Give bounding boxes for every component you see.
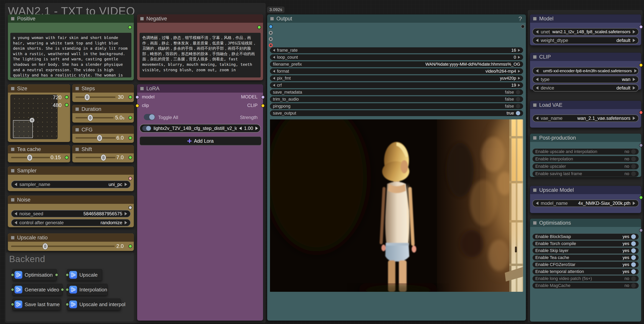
combo-prev-arrow-icon[interactable] [536, 69, 538, 72]
slot-conditioning-output[interactable] [128, 26, 132, 29]
slot-upscale-model-output[interactable] [639, 196, 643, 199]
toggle-knob[interactable] [631, 241, 636, 246]
slider-knob[interactable] [97, 135, 102, 141]
strength-decrement-icon[interactable] [239, 126, 242, 130]
collapse-box-icon[interactable] [533, 136, 536, 140]
enable-upscale-interpolation-toggle[interactable]: Enable upscale and interpolationno [532, 148, 639, 155]
slot-float-output[interactable] [128, 136, 132, 140]
slider-knob[interactable] [27, 154, 32, 161]
slot-height-output[interactable] [65, 103, 68, 107]
toggle-knob[interactable] [516, 111, 520, 115]
slot-int-output[interactable] [128, 95, 132, 99]
upscale-ratio-slider[interactable] [11, 246, 115, 247]
backend-node-interpolation[interactable]: Interpolation [67, 284, 108, 296]
enable-upscaler-toggle[interactable]: Enable upscalerno [532, 163, 639, 170]
combo-next-arrow-icon[interactable] [518, 56, 520, 59]
combo-prev-arrow-icon[interactable] [14, 212, 17, 216]
collapse-box-icon[interactable] [76, 148, 79, 151]
toggle-knob[interactable] [631, 234, 636, 239]
backend-node-generate-video[interactable]: Generate video [12, 284, 62, 296]
slot-clip-output[interactable] [261, 104, 265, 108]
add-lora-button[interactable]: Add Lora [140, 136, 262, 146]
slot-clip-input[interactable] [136, 104, 139, 108]
toggle-knob[interactable] [631, 276, 636, 281]
toggle-knob[interactable] [631, 248, 636, 253]
combo-next-arrow-icon[interactable] [633, 202, 635, 205]
duration-node[interactable]: Duration 5.0s [72, 105, 134, 123]
upscale-model-node[interactable]: Upscale Model model_name4x_NMKD-Siax_200… [530, 186, 641, 213]
trim-to-audio-toggle[interactable]: trim_to_audiofalse [270, 96, 523, 102]
size-selection-rect[interactable] [13, 120, 33, 138]
combo-prev-arrow-icon[interactable] [536, 30, 538, 34]
slot-float-output[interactable] [65, 156, 68, 160]
slot-noise-output[interactable] [128, 206, 132, 210]
combo-next-arrow-icon[interactable] [633, 86, 635, 90]
slot-float-output[interactable] [128, 156, 132, 160]
sampler-name-combo[interactable]: sampler_name uni_pc [11, 180, 130, 188]
slider-knob[interactable] [88, 115, 93, 121]
slot-vae-input[interactable] [269, 37, 273, 41]
collapse-box-icon[interactable] [11, 148, 14, 151]
combo-next-arrow-icon[interactable] [633, 78, 635, 81]
slot-filenames-output[interactable] [521, 25, 525, 28]
enable-torch-compile-toggle[interactable]: Enable Torch compileyes [532, 240, 639, 247]
slot-conditioning-output[interactable] [257, 26, 261, 29]
crf-widget[interactable]: crf19 [270, 82, 523, 88]
slot-model-output[interactable] [261, 95, 265, 99]
strength-increment-icon[interactable] [256, 126, 258, 130]
vae-name-combo[interactable]: vae_namewan_2.1_vae.safetensors [532, 114, 639, 122]
slot-input[interactable] [66, 288, 69, 292]
model-loader-node[interactable]: Model unet_namewan2.1_t2v_14B_fp8_scaled… [530, 14, 641, 46]
combo-prev-arrow-icon[interactable] [536, 116, 538, 120]
loop-count-widget[interactable]: loop_count0 [270, 54, 523, 60]
slot-float-output[interactable] [128, 116, 132, 120]
collapse-box-icon[interactable] [140, 87, 144, 90]
slot-output[interactable] [639, 144, 643, 147]
size-node[interactable]: Size 720 480 [8, 84, 70, 142]
clip-device-combo[interactable]: devicedefault [532, 84, 639, 92]
combo-next-arrow-icon[interactable] [633, 116, 635, 120]
upscale-ratio-node[interactable]: Upscale ratio 2.0 [8, 233, 134, 251]
vae-loader-node[interactable]: Load VAE vae_namewan_2.1_vae.safetensors [530, 101, 641, 128]
combo-prev-arrow-icon[interactable] [536, 202, 538, 205]
combo-next-arrow-icon[interactable] [634, 69, 637, 72]
collapse-box-icon[interactable] [270, 17, 274, 20]
toggle-knob[interactable] [631, 262, 636, 267]
toggle-knob[interactable] [631, 172, 636, 176]
backend-node-upscale[interactable]: Upscale [67, 269, 102, 281]
sampler-node[interactable]: Sampler sampler_name uni_pc [8, 166, 134, 191]
backend-node-save-last-frame[interactable]: Save last frame [12, 298, 61, 310]
collapse-box-icon[interactable] [11, 169, 14, 172]
slot-meta-input[interactable] [269, 43, 273, 47]
format-widget[interactable]: formatvideo/h264-mp4 [270, 68, 523, 74]
slot-output[interactable] [639, 228, 643, 232]
noise-seed-widget[interactable]: noise_seed 584658887956575 [11, 210, 130, 218]
collapse-box-icon[interactable] [11, 17, 14, 20]
slot-audio-input[interactable] [269, 31, 273, 35]
combo-prev-arrow-icon[interactable] [273, 84, 275, 86]
collapse-box-icon[interactable] [533, 17, 536, 20]
combo-prev-arrow-icon[interactable] [14, 221, 17, 224]
post-production-node[interactable]: Post-production Enable upscale and inter… [530, 134, 641, 177]
toggle-knob[interactable] [631, 149, 636, 154]
combo-next-arrow-icon[interactable] [124, 183, 127, 186]
steps-node[interactable]: Steps 30 [72, 84, 134, 102]
cfg-node[interactable]: CFG 6.0 [72, 126, 134, 143]
enable-saving-last-frame-toggle[interactable]: Enable saving last frameno [532, 171, 639, 177]
combo-next-arrow-icon[interactable] [124, 212, 127, 216]
enable-long-video-patch-toggle[interactable]: Enable long video patch (5s+)no [532, 276, 639, 282]
slot-input[interactable] [11, 273, 14, 277]
negative-prompt-textarea[interactable]: 色调艳丽，过曝，静态，细节模糊不清，字幕，风格，作品，画作，画面，静止，整体发灰… [140, 33, 261, 78]
collapse-box-icon[interactable] [533, 55, 536, 59]
filename-prefix-widget[interactable]: filename_prefixWAN/%date:yyyy-MM-dd%/%da… [270, 61, 523, 67]
tea-cache-node[interactable]: Tea cache 0.15 [8, 145, 70, 162]
combo-prev-arrow-icon[interactable] [273, 77, 275, 80]
output-node[interactable]: Output ? frame_rate16 loop_count0 filena… [267, 14, 526, 321]
combo-prev-arrow-icon[interactable] [14, 183, 17, 186]
backend-node-optimisation[interactable]: Optimisation [12, 269, 57, 281]
slot-vae-output[interactable] [639, 111, 643, 114]
collapse-box-icon[interactable] [533, 221, 536, 224]
slot-clip-output[interactable] [639, 63, 643, 67]
enable-cfgzerostar-toggle[interactable]: Enable CFGZeroStaryes [532, 262, 639, 268]
slot-sampler-output[interactable] [128, 177, 132, 180]
